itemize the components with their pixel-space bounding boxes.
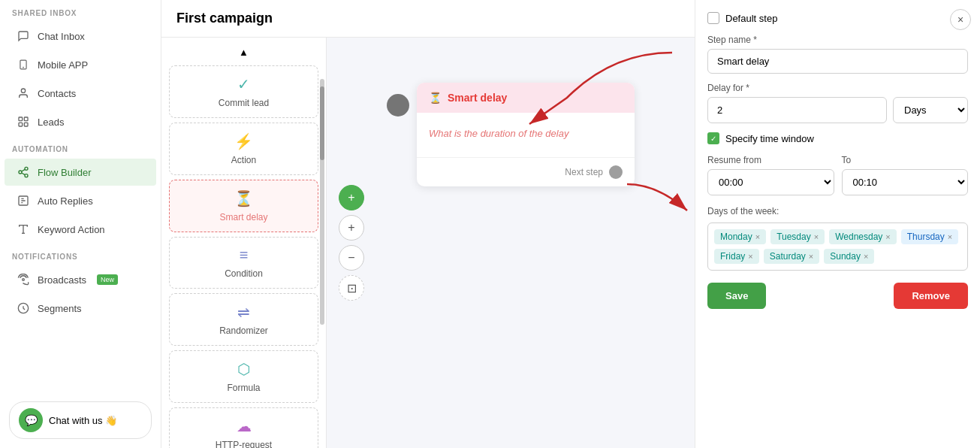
remove-button[interactable]: Remove (894, 283, 968, 309)
formula-icon: ⬡ (237, 360, 250, 378)
day-saturday-label: Saturday (770, 251, 806, 262)
svg-rect-6 (24, 123, 28, 126)
close-button[interactable]: × (950, 9, 971, 30)
http-request-label: HTTP-request (216, 440, 272, 448)
sidebar-item-segments[interactable]: Segments (5, 295, 156, 322)
smart-delay-body-text: What is the duration of the delay (429, 128, 568, 139)
day-saturday-remove[interactable]: × (809, 252, 813, 261)
resume-from-select[interactable]: 00:00 01:00 06:00 08:00 (707, 169, 834, 195)
day-tag-tuesday: Tuesday × (770, 229, 825, 244)
day-tag-sunday: Sunday × (824, 249, 874, 264)
toolbox-action[interactable]: ⚡ Action (169, 123, 318, 175)
sidebar-item-label: Auto Replies (38, 195, 93, 207)
save-button[interactable]: Save (707, 283, 766, 309)
default-step-checkbox[interactable] (707, 12, 719, 24)
day-tuesday-remove[interactable]: × (814, 232, 819, 241)
commit-lead-icon: ✓ (237, 75, 250, 93)
sidebar-item-mobile-app[interactable]: Mobile APP (5, 51, 156, 78)
smart-delay-card-title: Smart delay (448, 92, 507, 104)
sidebar-item-broadcasts[interactable]: Broadcasts New (5, 266, 156, 293)
delay-row: Days Hours Minutes Weeks (707, 97, 968, 123)
day-wednesday-label: Wednesday (835, 232, 882, 242)
toolbox-condition[interactable]: ≡ Condition (169, 237, 318, 289)
resume-to-select[interactable]: 00:10 01:00 08:00 18:00 (842, 169, 969, 195)
toolbox-smart-delay[interactable]: ⏳ Smart delay (169, 180, 318, 232)
day-thursday-label: Thursday (907, 232, 945, 242)
mobile-icon (17, 58, 30, 71)
commit-lead-label: Commit lead (219, 98, 269, 108)
smart-delay-icon: ⏳ (234, 189, 253, 207)
randomizer-label: Randomizer (219, 325, 268, 336)
condition-icon: ≡ (240, 247, 249, 264)
add-step-button[interactable]: + (339, 185, 364, 210)
sidebar: SHARED INBOX Chat Inbox Mobile APP Conta… (0, 0, 161, 448)
day-wednesday-remove[interactable]: × (885, 232, 890, 241)
toolbox-http-request[interactable]: ☁ HTTP-request (169, 407, 318, 448)
resume-to-label: To (842, 155, 969, 165)
sidebar-item-label: Mobile APP (38, 59, 88, 71)
zoom-out-button[interactable]: − (339, 245, 364, 271)
notifications-label: NOTIFICATIONS (0, 244, 161, 265)
smart-delay-label: Smart delay (219, 212, 267, 222)
toolbox-randomizer[interactable]: ⇌ Randomizer (169, 293, 318, 346)
time-row: Resume from 00:00 01:00 06:00 08:00 To 0… (707, 155, 968, 195)
http-request-icon: ☁ (237, 417, 252, 435)
zoom-controls: + + − ⊡ (339, 185, 364, 301)
toolbox: ▲ ✓ Commit lead ⚡ Action ⏳ Smart delay ≡… (161, 38, 327, 448)
canvas-center: + + − ⊡ ⏳ Smart delay What is the durati… (327, 38, 695, 448)
auto-replies-icon (17, 194, 30, 207)
sidebar-item-leads[interactable]: Leads (5, 108, 156, 135)
day-monday-remove[interactable]: × (755, 232, 760, 241)
scroll-up-btn[interactable]: ▲ (167, 44, 320, 61)
sidebar-item-keyword-action[interactable]: Keyword Action (5, 216, 156, 243)
sidebar-item-auto-replies[interactable]: Auto Replies (5, 187, 156, 214)
action-label: Action (231, 155, 256, 165)
sidebar-item-label: Keyword Action (38, 224, 105, 235)
toolbox-formula[interactable]: ⬡ Formula (169, 350, 318, 403)
delay-unit-select[interactable]: Days Hours Minutes Weeks (893, 97, 968, 123)
sidebar-item-label: Leads (38, 117, 64, 128)
day-tag-thursday: Thursday × (901, 229, 958, 244)
svg-point-15 (23, 279, 25, 281)
svg-rect-4 (24, 117, 28, 121)
day-sunday-label: Sunday (830, 251, 861, 262)
sidebar-item-contacts[interactable]: Contacts (5, 80, 156, 107)
sidebar-item-label: Segments (38, 303, 82, 314)
action-row: Save Remove (707, 283, 968, 309)
next-step-label: Next step (565, 167, 603, 177)
step-name-input[interactable] (707, 49, 968, 74)
toolbox-commit-lead[interactable]: ✓ Commit lead (169, 65, 318, 118)
right-panel: × Default step Step name * Delay for * D… (695, 0, 980, 448)
sidebar-item-chat-inbox[interactable]: Chat Inbox (5, 23, 156, 50)
day-friday-remove[interactable]: × (748, 252, 752, 261)
day-tag-wednesday: Wednesday × (829, 229, 897, 244)
step-name-label: Step name * (707, 35, 968, 45)
smart-delay-card-footer: Next step (417, 158, 635, 186)
svg-point-9 (25, 174, 28, 177)
days-of-week-container: Monday × Tuesday × Wednesday × Thursday … (707, 222, 968, 271)
resume-from-group: Resume from 00:00 01:00 06:00 08:00 (707, 155, 834, 195)
svg-point-2 (21, 89, 25, 92)
chat-with-us-button[interactable]: 💬 Chat with us 👋 (9, 401, 152, 439)
svg-point-8 (19, 171, 22, 174)
default-step-row: Default step (707, 12, 968, 24)
main-area: First campaign ▲ ✓ Commit lead ⚡ Action … (161, 0, 695, 448)
smart-delay-card[interactable]: ⏳ Smart delay What is the duration of th… (417, 83, 635, 186)
zoom-in-button[interactable]: + (339, 215, 364, 241)
badge-new: New (97, 274, 118, 285)
start-node (387, 94, 409, 117)
day-friday-label: Friday (720, 251, 745, 262)
day-sunday-remove[interactable]: × (864, 252, 868, 261)
svg-rect-3 (19, 117, 23, 121)
day-thursday-remove[interactable]: × (948, 232, 952, 241)
default-step-label: Default step (725, 13, 777, 24)
fit-screen-button[interactable]: ⊡ (339, 275, 364, 301)
formula-label: Formula (227, 383, 260, 393)
day-tag-saturday: Saturday × (764, 249, 819, 264)
specify-time-checkbox[interactable]: ✓ (707, 132, 719, 144)
sidebar-item-flow-builder[interactable]: Flow Builder (5, 159, 156, 186)
delay-value-input[interactable] (707, 97, 887, 123)
broadcast-icon (17, 273, 30, 286)
tag-icon (17, 115, 30, 129)
next-step-dot (609, 165, 623, 179)
